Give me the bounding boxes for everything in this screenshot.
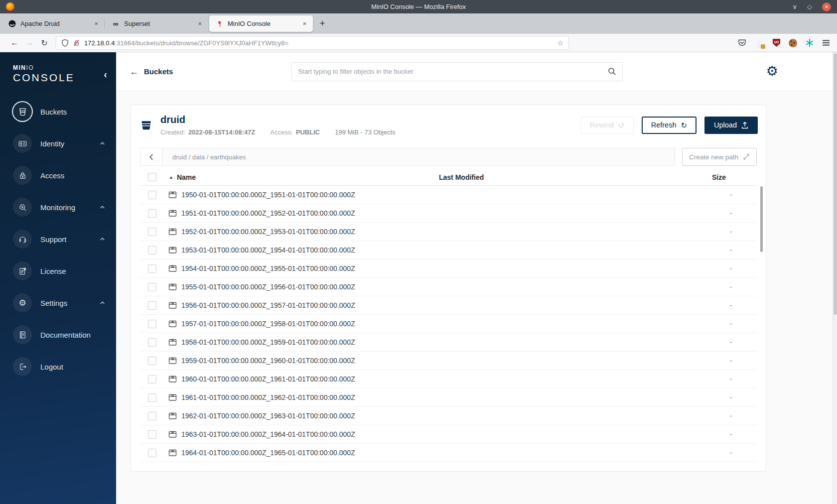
table-scrollbar-thumb[interactable] — [760, 186, 763, 252]
object-size: - — [712, 338, 757, 346]
console-settings-gear-icon[interactable]: ⚙ — [766, 65, 778, 78]
object-row[interactable]: 1956-01-01T00:00:00.000Z_1957-01-01T00:0… — [140, 296, 757, 315]
sidebar-item-support[interactable]: Support — [0, 229, 116, 249]
path-back-button[interactable] — [140, 148, 162, 165]
sidebar-item-license[interactable]: License — [0, 261, 116, 281]
row-checkbox[interactable] — [148, 375, 156, 383]
multi-account-asterisk-icon[interactable] — [806, 39, 814, 47]
object-row[interactable]: 1952-01-01T00:00:00.000Z_1953-01-01T00:0… — [140, 223, 757, 241]
row-checkbox[interactable] — [148, 393, 156, 402]
select-all-checkbox[interactable] — [148, 173, 156, 181]
rewind-button[interactable]: Rewind ↺ — [581, 117, 634, 134]
search-input[interactable] — [298, 68, 608, 75]
object-row[interactable]: 1959-01-01T00:00:00.000Z_1960-01-01T00:0… — [140, 352, 757, 370]
account-avatar-icon[interactable] — [755, 38, 764, 48]
sidebar-item-label: License — [40, 267, 66, 275]
object-size: - — [712, 375, 757, 383]
row-checkbox[interactable] — [148, 338, 156, 347]
object-size: - — [712, 228, 757, 236]
size-column-header[interactable]: Size — [712, 173, 757, 181]
row-checkbox[interactable] — [148, 264, 156, 273]
tab-apache-druid[interactable]: Apache Druid × — [1, 13, 105, 34]
tab-close-icon[interactable]: × — [196, 20, 203, 27]
sidebar-item-monitoring[interactable]: Monitoring — [0, 197, 116, 217]
tab-close-icon[interactable]: × — [93, 20, 100, 27]
page-scrollbar-thumb[interactable] — [834, 53, 837, 315]
object-row[interactable]: 1964-01-01T00:00:00.000Z_1965-01-01T00:0… — [140, 444, 757, 462]
pocket-icon[interactable] — [738, 39, 746, 47]
object-size: - — [712, 320, 757, 328]
row-checkbox[interactable] — [148, 412, 156, 420]
upload-button[interactable]: Upload — [704, 117, 758, 134]
content-area: druid Created: 2022-08-15T14:08:47Z Acce… — [116, 91, 837, 504]
row-checkbox[interactable] — [148, 301, 156, 310]
sidebar-item-buckets[interactable]: Buckets — [0, 102, 116, 122]
row-checkbox[interactable] — [148, 283, 156, 291]
minio-logo: MINIO CONSOLE ‹ — [0, 52, 116, 84]
sidebar-item-logout[interactable]: Logout — [0, 357, 116, 377]
superset-favicon: ∞ — [112, 20, 120, 28]
name-column-header[interactable]: ▲ Name — [162, 173, 436, 181]
sidebar-item-documentation[interactable]: Documentation — [0, 325, 116, 345]
object-name: 1952-01-01T00:00:00.000Z_1953-01-01T00:0… — [181, 228, 355, 236]
tab-minio-console[interactable]: MinIO Console × — [209, 15, 313, 32]
object-size: - — [712, 412, 757, 420]
back-arrow-icon: ← — [130, 67, 139, 76]
cookie-icon[interactable] — [789, 39, 797, 47]
row-checkbox[interactable] — [148, 246, 156, 254]
row-checkbox[interactable] — [148, 320, 156, 328]
refresh-button[interactable]: Refresh ↻ — [642, 117, 697, 134]
sidebar-item-settings[interactable]: ⚙ Settings — [0, 293, 116, 313]
back-to-buckets-link[interactable]: ← Buckets — [130, 67, 173, 76]
object-row[interactable]: 1961-01-01T00:00:00.000Z_1962-01-01T00:0… — [140, 388, 757, 407]
object-row[interactable]: 1960-01-01T00:00:00.000Z_1961-01-01T00:0… — [140, 370, 757, 388]
row-checkbox[interactable] — [148, 449, 156, 457]
object-row[interactable]: 1958-01-01T00:00:00.000Z_1959-01-01T00:0… — [140, 333, 757, 352]
object-row[interactable]: 1963-01-01T00:00:00.000Z_1964-01-01T00:0… — [140, 425, 757, 444]
breadcrumb-path[interactable]: druid / data / earthquakes — [172, 153, 246, 161]
object-row[interactable]: 1955-01-01T00:00:00.000Z_1956-01-01T00:0… — [140, 278, 757, 296]
chevron-up-icon[interactable] — [100, 205, 105, 209]
url-bar[interactable]: 172.18.0.4:31664/buckets/druid/browse/ZG… — [56, 36, 569, 50]
chevron-up-icon[interactable] — [100, 301, 105, 305]
chevron-up-icon[interactable] — [100, 141, 105, 145]
object-row[interactable]: 1962-01-01T00:00:00.000Z_1963-01-01T00:0… — [140, 407, 757, 425]
object-row[interactable]: 1954-01-01T00:00:00.000Z_1955-01-01T00:0… — [140, 259, 757, 278]
reload-button[interactable]: ↻ — [37, 38, 52, 48]
window-maximize-button[interactable]: ◇ — [807, 3, 812, 10]
tab-superset[interactable]: ∞ Superset × — [105, 13, 208, 34]
ublock-shield-icon[interactable]: UO — [773, 39, 780, 47]
sidebar-item-label: Logout — [40, 363, 63, 371]
page-scrollbar[interactable] — [833, 52, 837, 504]
create-new-path-button[interactable]: Create new path — [682, 148, 757, 166]
new-tab-button[interactable]: + — [314, 13, 331, 34]
object-filter-searchbox[interactable] — [291, 62, 623, 81]
insecure-lock-icon[interactable] — [73, 39, 80, 47]
sidebar-collapse-icon[interactable]: ‹ — [104, 69, 107, 79]
window-close-button[interactable]: × — [822, 2, 831, 11]
object-row[interactable]: 1953-01-01T00:00:00.000Z_1954-01-01T00:0… — [140, 241, 757, 259]
forward-button[interactable]: → — [22, 38, 37, 47]
hamburger-menu-icon[interactable] — [822, 39, 830, 46]
object-row[interactable]: 1950-01-01T00:00:00.000Z_1951-01-01T00:0… — [140, 186, 757, 204]
tab-close-icon[interactable]: × — [301, 20, 308, 27]
window-minimize-button[interactable]: ∨ — [792, 3, 797, 10]
object-row[interactable]: 1951-01-01T00:00:00.000Z_1952-01-01T00:0… — [140, 204, 757, 223]
shield-icon[interactable] — [61, 39, 69, 47]
sidebar-item-identity[interactable]: Identity — [0, 133, 116, 153]
rewind-button-label: Rewind — [590, 121, 614, 129]
folder-icon — [168, 283, 177, 291]
row-checkbox[interactable] — [148, 430, 156, 439]
row-checkbox[interactable] — [148, 191, 156, 199]
chevron-up-icon[interactable] — [100, 237, 105, 241]
row-checkbox[interactable] — [148, 357, 156, 365]
upload-icon — [741, 122, 748, 129]
last-modified-column-header[interactable]: Last Modified — [436, 173, 712, 181]
back-button[interactable]: ← — [7, 38, 22, 47]
object-name: 1960-01-01T00:00:00.000Z_1961-01-01T00:0… — [181, 375, 355, 383]
object-row[interactable]: 1957-01-01T00:00:00.000Z_1958-01-01T00:0… — [140, 315, 757, 333]
row-checkbox[interactable] — [148, 228, 156, 236]
sidebar-item-access[interactable]: Access — [0, 165, 116, 185]
bookmark-star-icon[interactable]: ☆ — [557, 39, 563, 47]
row-checkbox[interactable] — [148, 209, 156, 218]
